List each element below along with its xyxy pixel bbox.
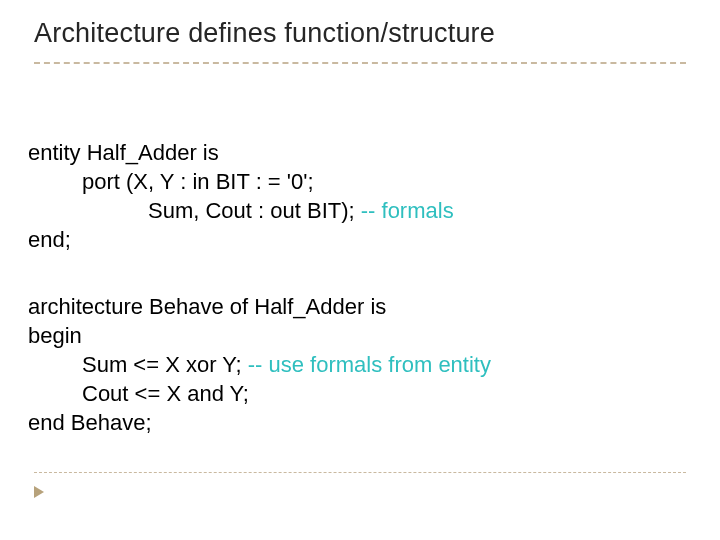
code-text: Sum, Cout : out BIT); [148, 198, 361, 223]
slide: Architecture defines function/structure … [0, 0, 720, 540]
code-line: end; [28, 225, 688, 254]
divider-bottom [34, 472, 686, 473]
divider-top [34, 62, 686, 64]
code-comment: -- use formals from entity [248, 352, 491, 377]
code-line: Cout <= X and Y; [28, 379, 688, 408]
code-line: architecture Behave of Half_Adder is [28, 292, 688, 321]
code-line: entity Half_Adder is [28, 138, 688, 167]
code-line: port (X, Y : in BIT : = '0'; [28, 167, 688, 196]
code-text: Sum <= X xor Y; [82, 352, 248, 377]
code-text: Cout <= X and Y; [82, 381, 249, 406]
code-line: begin [28, 321, 688, 350]
code-text: port (X, Y : in BIT : = '0'; [82, 169, 314, 194]
code-line: Sum <= X xor Y; -- use formals from enti… [28, 350, 688, 379]
code-entity-block: entity Half_Adder is port (X, Y : in BIT… [28, 138, 688, 254]
arrow-right-icon [34, 486, 44, 498]
code-architecture-block: architecture Behave of Half_Adder is beg… [28, 292, 688, 437]
code-line: Sum, Cout : out BIT); -- formals [28, 196, 688, 225]
code-comment: -- formals [361, 198, 454, 223]
code-line: end Behave; [28, 408, 688, 437]
page-title: Architecture defines function/structure [34, 18, 495, 49]
